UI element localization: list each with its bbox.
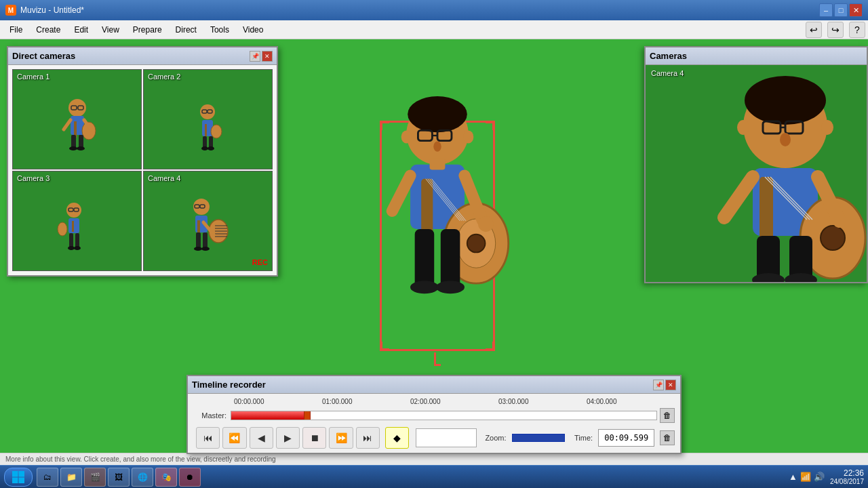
menu-prepare[interactable]: Prepare bbox=[126, 22, 169, 37]
svg-point-16 bbox=[211, 125, 222, 138]
zoom-slider[interactable] bbox=[512, 434, 565, 442]
stop-button[interactable]: ⏹ bbox=[302, 427, 326, 449]
taskbar-app-photoshop[interactable]: 🖼 bbox=[108, 468, 130, 487]
svg-point-61 bbox=[467, 235, 486, 253]
restore-button[interactable]: □ bbox=[834, 3, 848, 17]
zoom-label: Zoom: bbox=[485, 434, 506, 442]
svg-rect-99 bbox=[19, 477, 25, 483]
svg-point-20 bbox=[201, 146, 208, 150]
status-text: More info about this view. Click create,… bbox=[5, 455, 276, 463]
menu-create[interactable]: Create bbox=[29, 22, 67, 37]
camera-4-figure bbox=[144, 197, 272, 265]
menu-bar: File Create Edit View Prepare Direct Too… bbox=[0, 20, 868, 39]
taskbar-date-text: 24/08/2017 bbox=[830, 478, 864, 485]
character-svg-3 bbox=[57, 201, 98, 265]
play-button[interactable]: ▶ bbox=[276, 427, 300, 449]
taskbar-app-muvizu[interactable]: 🎭 bbox=[155, 468, 177, 487]
svg-rect-9 bbox=[79, 135, 83, 148]
back-button[interactable]: ◀ bbox=[250, 427, 273, 449]
menu-video[interactable]: Video bbox=[236, 22, 270, 37]
taskbar-app-chrome[interactable]: 🌐 bbox=[132, 468, 153, 487]
master-fill bbox=[231, 411, 304, 420]
time-delete[interactable]: 🗑 bbox=[660, 430, 675, 445]
title-bar: M Muvizu - Untitled* – □ ✕ bbox=[0, 0, 868, 20]
camera-3-figure bbox=[13, 201, 141, 265]
to-start-button[interactable]: ⏮ bbox=[196, 427, 220, 449]
taskbar-app-folder[interactable]: 📁 bbox=[60, 468, 82, 487]
svg-point-51 bbox=[408, 96, 467, 132]
time-display: 00:09.599 bbox=[598, 429, 654, 447]
camera-cell-3[interactable]: Camera 3 bbox=[12, 171, 142, 271]
menu-view[interactable]: View bbox=[95, 22, 126, 37]
taskbar-apps: 🗂 📁 🎬 🖼 🌐 🎭 ⏺ bbox=[37, 468, 201, 487]
taskbar-icons: ▲ 📶 🔊 bbox=[789, 472, 825, 482]
svg-point-76 bbox=[745, 76, 826, 125]
start-button[interactable] bbox=[4, 468, 33, 487]
timeline-close[interactable]: ✕ bbox=[665, 380, 676, 390]
timeline-track-row: Master: 🗑 bbox=[193, 408, 675, 423]
taskbar-app-media[interactable]: 🎬 bbox=[84, 468, 106, 487]
next-button[interactable]: ⏩ bbox=[329, 427, 353, 449]
menu-edit[interactable]: Edit bbox=[67, 22, 95, 37]
direct-cameras-pin[interactable]: 📌 bbox=[250, 51, 260, 62]
title-bar-controls[interactable]: – □ ✕ bbox=[819, 3, 863, 17]
timeline-pin[interactable]: 📌 bbox=[653, 380, 664, 390]
cameras-grid: Camera 1 bbox=[8, 65, 277, 275]
svg-point-81 bbox=[821, 120, 833, 135]
camera-1-label: Camera 1 bbox=[17, 73, 50, 81]
master-track[interactable] bbox=[231, 411, 657, 420]
key-button[interactable]: ◆ bbox=[385, 427, 409, 449]
svg-point-21 bbox=[208, 146, 214, 150]
taskbar-app-record[interactable]: ⏺ bbox=[179, 468, 201, 487]
camera-cell-4[interactable]: Camera 4 REC bbox=[143, 171, 273, 271]
main-character-svg bbox=[349, 95, 526, 366]
timeline-panel: Timeline recorder 📌 ✕ 00:00.000 01:00.00… bbox=[186, 375, 682, 454]
app-title: Muvizu - Untitled* bbox=[20, 5, 84, 15]
minimize-button[interactable]: – bbox=[819, 3, 833, 17]
menu-direct[interactable]: Direct bbox=[169, 22, 203, 37]
direct-cameras-title: Direct cameras bbox=[12, 51, 75, 61]
svg-point-34 bbox=[193, 199, 210, 215]
svg-point-82 bbox=[780, 133, 791, 146]
svg-point-56 bbox=[463, 130, 473, 143]
taskbar: 🗂 📁 🎬 🖼 🌐 🎭 ⏺ ▲ 📶 🔊 22:36 24/08/2017 bbox=[0, 465, 868, 488]
timeline-header-btns[interactable]: 📌 ✕ bbox=[653, 380, 676, 390]
svg-point-46 bbox=[201, 247, 210, 251]
svg-point-31 bbox=[74, 246, 81, 250]
camera-4-label: Camera 4 bbox=[148, 174, 180, 182]
menu-tools[interactable]: Tools bbox=[203, 22, 236, 37]
to-end-button[interactable]: ⏭ bbox=[356, 427, 380, 449]
character-svg-2 bbox=[189, 102, 226, 163]
menu-file[interactable]: File bbox=[3, 22, 29, 37]
master-delete[interactable]: 🗑 bbox=[660, 408, 675, 423]
direct-cameras-close[interactable]: ✕ bbox=[262, 51, 273, 62]
svg-rect-44 bbox=[203, 232, 208, 249]
timeline-text-input[interactable] bbox=[416, 428, 477, 447]
svg-point-73 bbox=[436, 281, 465, 293]
cameras-content: Camera 4 bbox=[646, 65, 867, 282]
direct-cameras-header: Direct cameras 📌 ✕ bbox=[8, 47, 277, 65]
close-button[interactable]: ✕ bbox=[849, 3, 863, 17]
tray-arrow-icon: ▲ bbox=[789, 472, 797, 482]
svg-rect-74 bbox=[430, 158, 446, 169]
timeline-ruler: 00:00.000 01:00.000 02:00.000 03:00.000 … bbox=[193, 398, 675, 405]
direct-cameras-btns[interactable]: 📌 ✕ bbox=[250, 51, 273, 62]
master-handle[interactable] bbox=[304, 411, 311, 420]
timeline-header: Timeline recorder 📌 ✕ bbox=[188, 376, 680, 394]
master-label: Master: bbox=[193, 411, 231, 420]
taskbar-right: ▲ 📶 🔊 22:36 24/08/2017 bbox=[789, 468, 864, 485]
camera-cell-2[interactable]: Camera 2 bbox=[143, 69, 273, 169]
taskbar-app-explorer[interactable]: 🗂 bbox=[37, 468, 58, 487]
ruler-mark-4: 04:00.000 bbox=[587, 398, 675, 405]
camera-2-label: Camera 2 bbox=[148, 73, 180, 81]
prev-button[interactable]: ⏪ bbox=[222, 427, 246, 449]
redo-button[interactable]: ↪ bbox=[827, 22, 844, 38]
svg-rect-70 bbox=[415, 229, 435, 287]
cameras-panel-svg bbox=[650, 72, 867, 282]
camera-cell-1[interactable]: Camera 1 bbox=[12, 69, 142, 169]
undo-button[interactable]: ↩ bbox=[806, 22, 822, 38]
camera-1-figure bbox=[13, 96, 141, 163]
help-button[interactable]: ? bbox=[849, 22, 865, 38]
svg-rect-17 bbox=[205, 124, 207, 136]
svg-point-55 bbox=[401, 130, 412, 143]
